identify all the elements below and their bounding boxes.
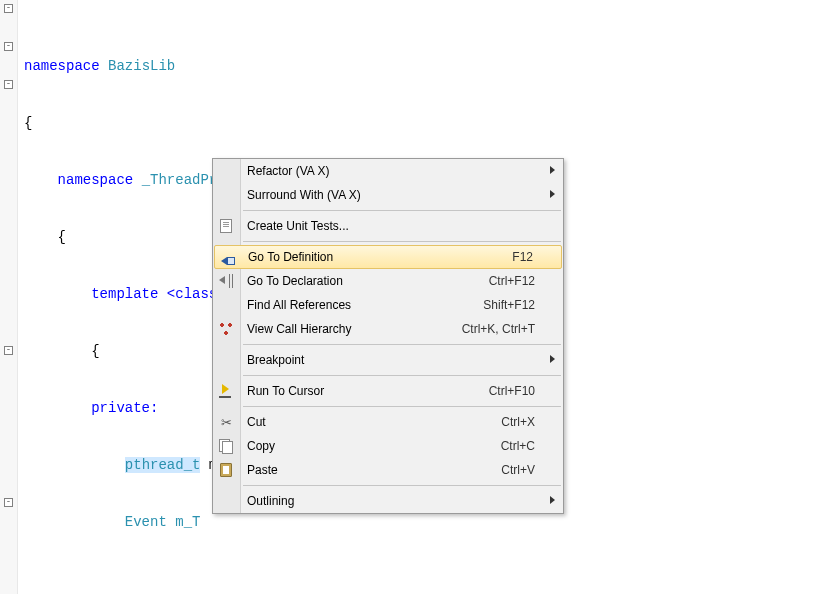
menu-label: Surround With (VA X) [247,188,563,202]
submenu-arrow-icon [550,166,555,174]
menu-label: Go To Declaration [247,274,489,288]
menu-shortcut: F12 [512,250,561,264]
menu-label: Run To Cursor [247,384,489,398]
menu-separator [243,375,561,376]
menu-breakpoint[interactable]: Breakpoint [213,348,563,372]
menu-shortcut: Shift+F12 [483,298,563,312]
call-hierarchy-icon [218,321,234,337]
menu-label: Copy [247,439,501,453]
menu-paste[interactable]: Paste Ctrl+V [213,458,563,482]
unit-tests-icon [218,218,234,234]
menu-separator [243,344,561,345]
menu-copy[interactable]: Copy Ctrl+C [213,434,563,458]
menu-label: Paste [247,463,501,477]
goto-definition-icon [220,250,236,266]
menu-go-to-declaration[interactable]: Go To Declaration Ctrl+F12 [213,269,563,293]
paste-icon [218,462,234,478]
context-menu: Refactor (VA X) Surround With (VA X) Cre… [212,158,564,514]
menu-shortcut: Ctrl+C [501,439,563,453]
submenu-arrow-icon [550,355,555,363]
fold-toggle[interactable]: - [4,4,13,13]
run-to-cursor-icon [218,383,234,399]
menu-label: Find All References [247,298,483,312]
menu-label: Create Unit Tests... [247,219,563,233]
submenu-arrow-icon [550,190,555,198]
menu-shortcut: Ctrl+F12 [489,274,563,288]
menu-label: Go To Definition [248,250,512,264]
menu-separator [243,485,561,486]
fold-toggle[interactable]: - [4,346,13,355]
menu-view-call-hierarchy[interactable]: View Call Hierarchy Ctrl+K, Ctrl+T [213,317,563,341]
menu-label: View Call Hierarchy [247,322,462,336]
menu-run-to-cursor[interactable]: Run To Cursor Ctrl+F10 [213,379,563,403]
menu-separator [243,241,561,242]
goto-declaration-icon [218,273,234,289]
menu-create-unit-tests[interactable]: Create Unit Tests... [213,214,563,238]
menu-shortcut: Ctrl+V [501,463,563,477]
menu-go-to-definition[interactable]: Go To Definition F12 [214,245,562,269]
menu-separator [243,210,561,211]
menu-shortcut: Ctrl+K, Ctrl+T [462,322,563,336]
menu-shortcut: Ctrl+F10 [489,384,563,398]
fold-toggle[interactable]: - [4,80,13,89]
menu-label: Breakpoint [247,353,563,367]
fold-toggle[interactable]: - [4,42,13,51]
menu-find-all-references[interactable]: Find All References Shift+F12 [213,293,563,317]
menu-label: Cut [247,415,501,429]
menu-shortcut: Ctrl+X [501,415,563,429]
menu-label: Refactor (VA X) [247,164,563,178]
menu-separator [243,406,561,407]
menu-refactor[interactable]: Refactor (VA X) [213,159,563,183]
menu-label: Outlining [247,494,563,508]
folding-gutter: - - - - - [0,0,18,594]
fold-toggle[interactable]: - [4,498,13,507]
cut-icon: ✂ [218,414,234,430]
copy-icon [218,438,234,454]
submenu-arrow-icon [550,496,555,504]
menu-cut[interactable]: ✂ Cut Ctrl+X [213,410,563,434]
menu-surround-with[interactable]: Surround With (VA X) [213,183,563,207]
menu-outlining[interactable]: Outlining [213,489,563,513]
code-line: { [18,114,839,133]
